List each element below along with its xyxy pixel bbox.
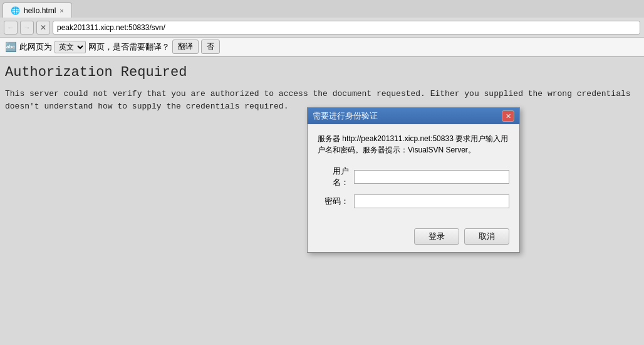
dialog-titlebar: 需要进行身份验证 ✕ [308, 108, 519, 124]
translate-bar: 🔤 此网页为 英文 网页，是否需要翻译？ 翻译 否 [0, 38, 644, 56]
password-input[interactable] [354, 194, 509, 208]
address-bar[interactable] [53, 21, 640, 34]
browser-chrome: 🌐 hello.html × ← → ✕ 🔤 此网页为 英文 网页，是否需要翻译… [0, 0, 644, 57]
username-field-row: 用户名： [318, 166, 509, 188]
tab-close-button[interactable]: × [60, 7, 63, 14]
dialog-description: 服务器 http://peak201311.xicp.net:50833 要求用… [318, 133, 509, 156]
translate-no-button[interactable]: 否 [201, 40, 220, 54]
forward-button[interactable]: → [20, 21, 34, 34]
translate-icon: 🔤 [5, 41, 17, 53]
translate-lang-select[interactable]: 英文 [55, 41, 86, 53]
auth-dialog: 需要进行身份验证 ✕ 服务器 http://peak201311.xicp.ne… [307, 107, 520, 253]
username-label: 用户名： [318, 166, 349, 188]
tab-favicon: 🌐 [11, 6, 20, 15]
username-input[interactable] [354, 170, 509, 184]
dialog-footer: 登录 取消 [308, 223, 519, 252]
dialog-title: 需要进行身份验证 [313, 110, 378, 122]
cancel-button[interactable]: 取消 [464, 228, 509, 245]
dialog-body: 服务器 http://peak201311.xicp.net:50833 要求用… [308, 124, 519, 223]
reload-button[interactable]: ✕ [36, 21, 50, 34]
tab-label: hello.html [24, 6, 56, 15]
translate-suffix: 网页，是否需要翻译？ [88, 41, 170, 53]
translate-yes-button[interactable]: 翻译 [172, 40, 199, 54]
dialog-close-button[interactable]: ✕ [502, 110, 514, 122]
browser-toolbar: ← → ✕ [0, 18, 644, 38]
password-field-row: 密码： [318, 194, 509, 208]
password-label: 密码： [318, 196, 349, 207]
login-button[interactable]: 登录 [414, 228, 459, 245]
page-content: Authorization Required This server could… [0, 57, 644, 345]
translate-prefix: 此网页为 [19, 41, 52, 53]
tab-bar: 🌐 hello.html × [0, 0, 644, 18]
back-button[interactable]: ← [4, 21, 18, 34]
dialog-overlay: 需要进行身份验证 ✕ 服务器 http://peak201311.xicp.ne… [0, 57, 644, 345]
browser-tab[interactable]: 🌐 hello.html × [3, 3, 72, 18]
